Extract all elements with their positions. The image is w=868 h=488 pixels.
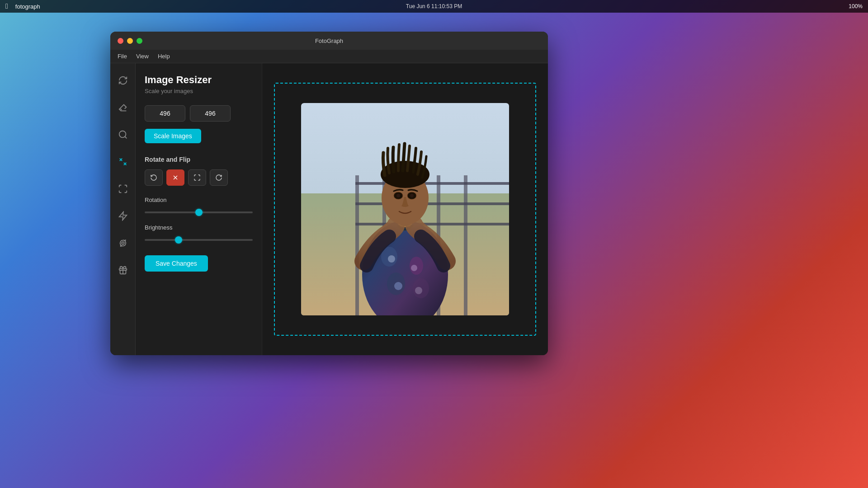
- rotation-label: Rotation: [145, 197, 253, 203]
- svg-point-21: [394, 282, 402, 290]
- rotation-slider-section: Rotation: [145, 197, 253, 215]
- sidebar-item-eraser[interactable]: [115, 99, 131, 116]
- system-menubar:  fotograph Tue Jun 6 11:10:53 PM 100%: [0, 0, 868, 13]
- apple-logo-icon: : [5, 2, 8, 10]
- app-menubar: File View Help: [110, 50, 548, 63]
- save-changes-button[interactable]: Save Changes: [145, 255, 208, 272]
- svg-rect-12: [355, 202, 509, 205]
- size-inputs-row: [145, 105, 253, 122]
- close-button[interactable]: [118, 38, 123, 44]
- brightness-slider[interactable]: [145, 239, 253, 241]
- image-drop-zone[interactable]: [274, 83, 536, 336]
- content-area: Image Resizer Scale your images Scale Im…: [136, 63, 548, 355]
- rotate-right-button[interactable]: [210, 169, 228, 186]
- scale-images-button[interactable]: Scale Images: [145, 129, 201, 143]
- rotation-slider[interactable]: [145, 211, 253, 213]
- panel-title: Image Resizer: [145, 74, 253, 86]
- svg-rect-10: [464, 175, 467, 315]
- app-window: FotoGraph File View Help: [110, 32, 548, 355]
- sidebar-item-expand[interactable]: [115, 181, 131, 197]
- height-input[interactable]: [190, 105, 231, 122]
- preview-image: [301, 103, 509, 315]
- sidebar-item-settings[interactable]: [115, 235, 131, 251]
- maximize-button[interactable]: [137, 38, 142, 44]
- svg-point-22: [415, 287, 422, 294]
- panel-subtitle: Scale your images: [145, 88, 253, 94]
- preview-area: [262, 63, 548, 355]
- sidebar-item-search[interactable]: [115, 127, 131, 143]
- menu-help[interactable]: Help: [158, 53, 170, 60]
- app-body: Image Resizer Scale your images Scale Im…: [110, 63, 548, 355]
- menubar-right: 100%: [849, 3, 863, 9]
- menu-view[interactable]: View: [136, 53, 149, 60]
- sidebar-item-compress[interactable]: [115, 154, 131, 170]
- minimize-button[interactable]: [127, 38, 133, 44]
- menu-file[interactable]: File: [118, 53, 127, 60]
- svg-point-29: [410, 194, 414, 197]
- svg-rect-6: [355, 175, 359, 315]
- menubar-datetime: Tue Jun 6 11:10:53 PM: [406, 3, 462, 9]
- svg-point-20: [411, 265, 417, 271]
- delete-button[interactable]: [166, 169, 184, 186]
- title-bar: FotoGraph: [110, 32, 548, 50]
- flip-button[interactable]: [188, 169, 206, 186]
- sidebar-item-gift[interactable]: [115, 262, 131, 278]
- svg-rect-11: [355, 182, 509, 185]
- sidebar-item-lightning[interactable]: [115, 208, 131, 224]
- window-title: FotoGraph: [315, 38, 343, 44]
- window-controls: [118, 38, 142, 44]
- left-panel: Image Resizer Scale your images Scale Im…: [136, 63, 262, 355]
- menubar-left:  fotograph: [5, 2, 40, 10]
- svg-point-0: [119, 131, 126, 138]
- app-menu-name: fotograph: [15, 3, 40, 10]
- svg-marker-1: [119, 212, 127, 220]
- sidebar-item-recycle[interactable]: [115, 72, 131, 89]
- svg-point-16: [410, 257, 423, 275]
- rotate-flip-title: Rotate and Flip: [145, 156, 253, 163]
- rotate-left-button[interactable]: [145, 169, 163, 186]
- brightness-label: Brightness: [145, 224, 253, 231]
- action-buttons-row: [145, 169, 253, 186]
- svg-point-2: [122, 242, 124, 244]
- sidebar: [110, 63, 136, 355]
- battery-indicator: 100%: [849, 3, 863, 9]
- svg-point-28: [396, 194, 400, 197]
- brightness-slider-section: Brightness: [145, 224, 253, 243]
- svg-point-19: [388, 255, 395, 263]
- width-input[interactable]: [145, 105, 185, 122]
- svg-rect-13: [355, 223, 509, 225]
